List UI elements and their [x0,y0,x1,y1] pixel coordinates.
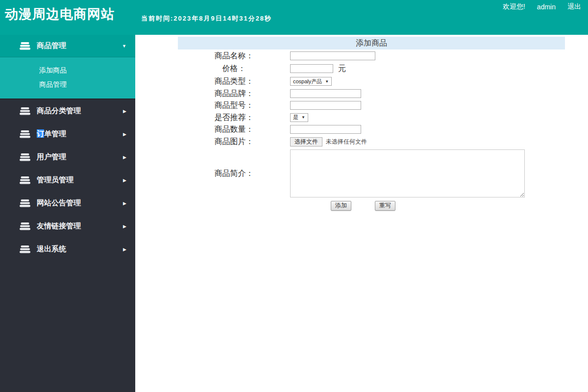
sidebar-item-order-management[interactable]: 订单管理 [0,122,135,146]
dropdown-arrow-icon: ▼ [325,79,329,84]
logout-link[interactable]: 退出 [567,2,581,11]
chevron-right-icon [123,224,126,229]
main-content: 添加商品 商品名称： 价格： 元 商品类型： cospaly产品 ▼ [135,35,588,392]
sidebar-item-label: 退出系统 [37,245,66,254]
sidebar-subitem-add-product[interactable]: 添加商品 [0,63,135,77]
dropdown-arrow-icon: ▼ [301,115,305,120]
quantity-label: 商品数量： [178,125,290,134]
site-title: 动漫周边电商网站 [5,5,115,23]
layers-icon [20,176,30,184]
sidebar-item-user-management[interactable]: 用户管理 [0,146,135,169]
recommend-label: 是否推荐： [178,113,290,122]
form-title: 添加商品 [178,37,565,49]
sidebar-item-friend-links-management[interactable]: 友情链接管理 [0,215,135,238]
intro-textarea[interactable] [290,149,525,197]
app-header: 动漫周边电商网站 当前时间:2023年8月9日14时31分28秒 欢迎您! ad… [0,0,588,35]
sidebar-item-product-management[interactable]: 商品管理 [0,35,135,57]
sidebar: 商品管理 添加商品 商品管理 商品分类管理 订单管理 [0,35,135,392]
brand-input[interactable] [290,89,361,98]
chevron-right-icon [123,132,126,137]
layers-icon [20,245,30,253]
chevron-right-icon [123,155,126,160]
price-unit-label: 元 [338,64,346,74]
product-type-select[interactable]: cospaly产品 ▼ [290,77,332,86]
price-input[interactable] [290,64,333,73]
product-name-input[interactable] [290,51,375,60]
file-status-text: 未选择任何文件 [326,138,367,146]
sidebar-item-label: 用户管理 [37,152,66,162]
model-label: 商品型号： [178,101,290,110]
quantity-input[interactable] [290,125,361,134]
choose-file-button[interactable]: 选择文件 [290,137,322,147]
chevron-down-icon [122,44,126,49]
product-type-label: 商品类型： [178,77,290,86]
intro-label: 商品简介： [178,169,290,178]
sidebar-item-category-management[interactable]: 商品分类管理 [0,99,135,122]
welcome-text: 欢迎您! [503,2,525,11]
chevron-right-icon [123,247,126,252]
sidebar-item-label: 网站公告管理 [37,198,81,208]
chevron-right-icon [123,178,126,183]
add-product-form: 商品名称： 价格： 元 商品类型： cospaly产品 ▼ 商品品牌： [178,50,565,211]
recommend-select[interactable]: 是 ▼ [290,113,308,122]
sidebar-item-label: 管理员管理 [37,175,74,185]
layers-icon [20,153,30,161]
reset-button[interactable]: 重写 [375,201,395,211]
chevron-right-icon [123,109,126,114]
sidebar-item-logout-system[interactable]: 退出系统 [0,238,135,261]
product-submenu: 添加商品 商品管理 [0,57,135,99]
sidebar-item-label: 友情链接管理 [37,221,81,231]
chevron-right-icon [123,201,126,206]
selected-text: 订 [37,129,44,138]
layers-icon [20,130,30,138]
layers-icon [20,199,30,207]
header-user-area: 欢迎您! admin 退出 [503,2,581,11]
current-time: 当前时间:2023年8月9日14时31分28秒 [141,14,272,23]
add-button[interactable]: 添加 [331,201,351,211]
sidebar-item-announcement-management[interactable]: 网站公告管理 [0,192,135,215]
sidebar-item-label: 订单管理 [37,129,66,139]
layers-icon [20,222,30,230]
product-name-label: 商品名称： [178,51,290,60]
layers-icon [20,42,30,50]
product-image-label: 商品图片： [178,137,290,146]
model-input[interactable] [290,101,361,110]
sidebar-subitem-product-management[interactable]: 商品管理 [0,77,135,92]
username-link[interactable]: admin [537,3,556,11]
sidebar-item-label: 商品分类管理 [37,106,81,116]
sidebar-item-admin-management[interactable]: 管理员管理 [0,169,135,192]
sidebar-item-label: 商品管理 [37,41,66,50]
layers-icon [20,107,30,115]
price-label: 价格： [178,64,290,73]
brand-label: 商品品牌： [178,89,290,98]
